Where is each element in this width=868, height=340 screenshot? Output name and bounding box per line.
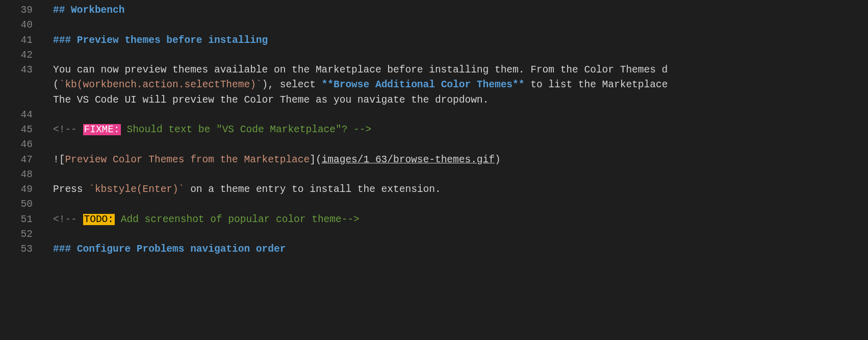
code-content[interactable]: ### Preview themes before installing [38,33,868,48]
line-number: 48 [0,167,35,182]
fixme-tag: FIXME: [83,124,121,135]
code-line[interactable]: 44 [0,108,868,123]
code-content[interactable] [38,167,868,182]
img-alt: Preview Color Themes from the Marketplac… [65,154,310,165]
comment-text: Add screenshot of popular color theme--> [115,214,360,225]
code-content[interactable]: ![Preview Color Themes from the Marketpl… [38,153,868,167]
text: The VS Code UI will preview the Color Th… [53,94,489,106]
code-content[interactable] [38,137,868,152]
code-content[interactable]: ### Configure Problems navigation order [38,242,868,257]
line-number: 39 [0,3,35,18]
code-line[interactable]: 53 ### Configure Problems navigation ord… [0,242,868,257]
code-line[interactable]: 42 [0,48,868,63]
text: to list the Marketplace [524,79,668,90]
code-line[interactable]: 49 Press `kbstyle(Enter)` on a theme ent… [0,182,868,197]
comment-open: <!-- [53,124,83,135]
paren: ) [495,154,501,165]
code-line[interactable]: 52 [0,227,868,242]
text: ), select [262,79,322,90]
img-url[interactable]: images/1_63/browse-themes.gif [322,154,495,165]
code-content[interactable]: Press `kbstyle(Enter)` on a theme entry … [38,182,868,197]
line-number: 44 [0,108,35,123]
bracket: ] [310,154,316,165]
code-line[interactable]: 39 ## Workbench [0,3,868,18]
code-content[interactable] [38,227,868,242]
code-line-wrap[interactable]: The VS Code UI will preview the Color Th… [0,93,868,108]
text: ( [53,79,59,90]
code-line[interactable]: 41 ### Preview themes before installing [0,33,868,48]
code-line-wrap[interactable]: (`kb(workbench.action.selectTheme)`), se… [0,78,868,92]
code-content[interactable]: <!-- TODO: Add screenshot of popular col… [38,212,868,227]
line-number: 47 [0,153,35,167]
line-number: 50 [0,197,35,212]
heading-text: ### Configure Problems navigation order [53,244,286,255]
code-line[interactable]: 46 [0,137,868,152]
code-line[interactable]: 51 <!-- TODO: Add screenshot of popular … [0,212,868,227]
bold-marker: ** [322,79,334,90]
text: Press [53,184,89,195]
code-line[interactable]: 40 [0,18,868,33]
bold-text: Browse Additional Color Themes [334,79,513,90]
code-content[interactable]: ## Workbench [38,3,868,18]
code-line[interactable]: 43 You can now preview themes available … [0,63,868,78]
code-content[interactable] [38,197,868,212]
code-editor[interactable]: 39 ## Workbench 40 41 ### Preview themes… [0,0,868,257]
code-content[interactable]: <!-- FIXME: Should text be "VS Code Mark… [38,123,868,137]
code-content[interactable]: (`kb(workbench.action.selectTheme)`), se… [38,78,868,92]
img-bang: ! [53,154,59,165]
line-number: 49 [0,182,35,197]
line-number: 40 [0,18,35,33]
code-line[interactable]: 48 [0,167,868,182]
bold-marker: ** [513,79,524,90]
code-content[interactable] [38,18,868,33]
todo-tag: TODO: [83,214,115,225]
inline-code: `kb(workbench.action.selectTheme)` [59,79,262,90]
line-number: 53 [0,242,35,257]
inline-code: `kbstyle(Enter)` [89,184,184,195]
comment-open: <!-- [53,214,83,225]
line-number: 52 [0,227,35,242]
code-line[interactable]: 47 ![Preview Color Themes from the Marke… [0,153,868,167]
heading-text: ### Preview themes before installing [53,35,268,46]
text: You can now preview themes available on … [53,64,668,76]
code-content[interactable]: You can now preview themes available on … [38,63,868,78]
text: on a theme entry to install the extensio… [184,184,441,195]
code-line[interactable]: 45 <!-- FIXME: Should text be "VS Code M… [0,123,868,137]
line-number: 51 [0,212,35,227]
bracket: [ [59,154,65,165]
heading-text: ## Workbench [53,5,124,16]
code-content[interactable] [38,108,868,123]
line-number: 41 [0,33,35,48]
code-content[interactable] [38,48,868,63]
code-line[interactable]: 50 [0,197,868,212]
comment-text: Should text be "VS Code Marketplace"? --… [121,124,371,135]
line-number: 42 [0,48,35,63]
line-number: 45 [0,123,35,137]
line-number: 46 [0,137,35,152]
code-content[interactable]: The VS Code UI will preview the Color Th… [38,93,868,108]
line-number: 43 [0,63,35,78]
paren: ( [316,154,322,165]
